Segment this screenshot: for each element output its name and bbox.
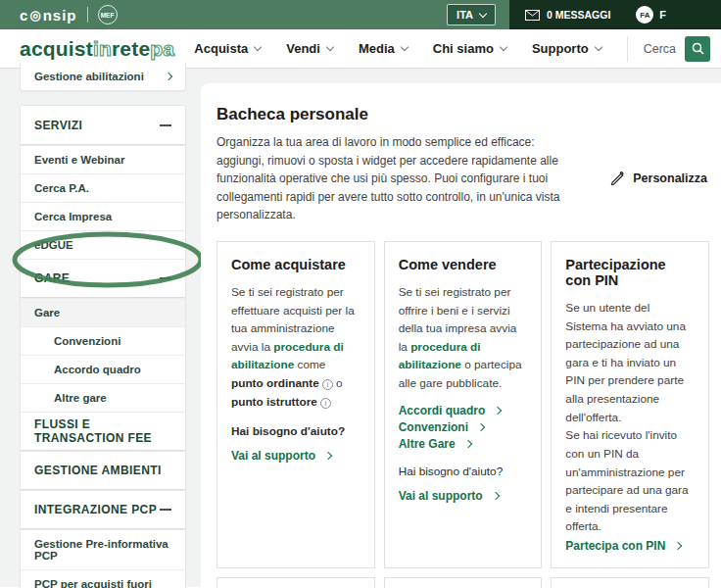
sidebar-item-label: Gare [34, 307, 60, 318]
nav-media[interactable]: Media [359, 41, 408, 56]
sidebar-item-cerca-impresa[interactable]: Cerca Impresa [21, 202, 185, 230]
card-title: Come acquistare [231, 257, 360, 272]
topbar-divider [87, 7, 88, 23]
chevron-down-icon [254, 43, 262, 51]
sidebar-item-cerca-pa[interactable]: Cerca P.A. [21, 173, 185, 202]
card-partecipazione-pin: Partecipazione con PIN Se un utente del … [551, 241, 709, 568]
sidebar-item-gestione-abilitazioni[interactable]: Gestione abilitazioni [21, 63, 185, 90]
main-panel: Bacheca personale Organizza la tua area … [201, 83, 721, 588]
sidebar-item-label: Gestione Pre-informativa PCP [34, 538, 171, 562]
sidebar-item-label: Gestione abilitazioni [34, 71, 144, 82]
chevron-right-icon [324, 452, 332, 460]
link-label: Vai al supporto [399, 489, 483, 503]
accordi-quadro-link[interactable]: Accordi quadro [399, 404, 528, 417]
nav-supporto[interactable]: Supporto [532, 41, 601, 56]
messages-button[interactable]: 0 MESSAGGI [525, 9, 610, 21]
sidebar-item-label: Cerca Impresa [34, 211, 112, 222]
language-selector[interactable]: ITA [447, 4, 496, 25]
main-nav: Acquista Vendi Media Chi siamo Supporto … [194, 36, 721, 62]
sidebar-section-flussi[interactable]: FLUSSI E TRANSACTION FEE [21, 412, 185, 451]
text-segment: Se un utente del Sistema ha avviato una … [565, 301, 686, 424]
search-icon [692, 42, 704, 55]
partecipa-pin-link[interactable]: Partecipa con PIN [565, 539, 695, 553]
card-body: Se ti sei registrato per offrire i beni … [399, 283, 528, 393]
link-label: Vai al supporto [231, 449, 315, 463]
sidebar-section-gestione-ambienti[interactable]: GESTIONE AMBIENTI [21, 451, 185, 490]
chevron-right-icon [477, 422, 485, 430]
info-icon[interactable]: i [322, 379, 333, 390]
sidebar-item-pcp-fuori-sistema[interactable]: PCP per acquisti fuori Sistema [21, 569, 185, 588]
chevron-down-icon [594, 43, 601, 51]
sidebar-item-pre-informativa[interactable]: Gestione Pre-informativa PCP [21, 529, 185, 569]
search-button[interactable] [685, 36, 710, 62]
chevron-right-icon [491, 491, 499, 499]
consip-logo[interactable]: c◎nsip [20, 7, 77, 24]
personalize-button[interactable]: Personalizza [610, 172, 707, 186]
chevron-down-icon [401, 43, 409, 51]
sidebar-item-label: Cerca P.A. [34, 182, 89, 194]
section-label: SERVIZI [34, 119, 82, 132]
logo-part: in [93, 37, 112, 60]
support-link[interactable]: Vai al supporto [231, 449, 360, 463]
mef-logo[interactable]: MEF [98, 5, 118, 24]
sidebar-section-servizi[interactable]: SERVIZI [21, 106, 185, 145]
nav-vendi[interactable]: Vendi [286, 41, 333, 56]
section-label: GARE [34, 271, 70, 285]
text-segment: o [333, 376, 343, 390]
info-icon[interactable]: i [320, 398, 331, 409]
sidebar-section-integrazione-pcp[interactable]: INTEGRAZIONE PCP [21, 490, 185, 529]
section-label: INTEGRAZIONE PCP [34, 503, 157, 516]
sidebar-item-accordo-quadro[interactable]: Accordo quadro [21, 355, 185, 383]
collapse-icon [160, 124, 171, 126]
card-title: Partecipazione con PIN [565, 257, 695, 288]
link-label: Partecipa con PIN [565, 539, 665, 553]
profile-name[interactable]: F [659, 9, 666, 21]
consip-logo-text: c [20, 7, 28, 24]
nav-acquista[interactable]: Acquista [194, 41, 261, 56]
sidebar-item-label: Eventi e Webinar [34, 154, 124, 166]
sidebar-item-label: eDGUE [34, 239, 73, 251]
support-link[interactable]: Vai al supporto [399, 489, 528, 503]
chevron-right-icon [674, 542, 682, 550]
sidebar-item-convenzioni[interactable]: Convenzioni [21, 326, 185, 355]
sidebar-item-gare[interactable]: Gare [21, 298, 185, 326]
text-segment: punto istruttore [231, 395, 317, 409]
header-divider [627, 36, 628, 62]
sidebar-item-eventi-webinar[interactable]: Eventi e Webinar [21, 145, 185, 173]
nav-label: Media [359, 41, 395, 56]
text-segment: come [294, 358, 325, 371]
chevron-down-icon [479, 10, 487, 18]
page-title: Bacheca personale [216, 105, 709, 124]
page-content: Gestione abilitazioni SERVIZI Eventi e W… [0, 69, 721, 587]
altre-gare-link[interactable]: Altre Gare [399, 437, 528, 451]
chevron-down-icon [500, 43, 507, 51]
pencil-icon [610, 172, 625, 186]
widget-grid: Come acquistare Se ti sei registrato per… [216, 241, 709, 588]
nav-chi-siamo[interactable]: Chi siamo [433, 41, 506, 56]
logo-part: rete [112, 37, 150, 60]
chevron-right-icon [165, 73, 172, 80]
page-description: Organizza la tua area di lavoro in modo … [216, 133, 567, 224]
nav-label: Supporto [532, 41, 589, 56]
search-label: Cerca [644, 42, 676, 56]
card-come-vendere: Come vendere Se ti sei registrato per of… [384, 241, 543, 568]
card-eventi-formativi: Eventi formativi Per facilitare l' utili… [384, 577, 543, 588]
envelope-icon [525, 10, 540, 21]
logo-part: pa [150, 37, 174, 60]
sidebar-item-label: PCP per acquisti fuori Sistema [34, 578, 171, 588]
convenzioni-link[interactable]: Convenzioni [399, 420, 528, 434]
card-come-acquistare: Come acquistare Se ti sei registrato per… [216, 241, 375, 568]
chevron-down-icon [326, 43, 334, 51]
card-verifica-inadempimenti: Verifica inadempimenti Se ti sei registr… [216, 577, 375, 588]
acquistinretepa-logo[interactable]: acquistinretepa [20, 37, 174, 61]
sidebar-section-gare[interactable]: GARE [21, 259, 185, 298]
sidebar-item-altre-gare[interactable]: Altre gare [21, 383, 185, 412]
sidebar-item-edgue[interactable]: eDGUE [21, 230, 185, 259]
nav-label: Acquista [194, 41, 248, 56]
messages-count: 0 MESSAGGI [547, 9, 610, 21]
mef-label: MEF [101, 12, 115, 19]
sidebar: Gestione abilitazioni SERVIZI Eventi e W… [20, 69, 186, 588]
nav-label: Chi siamo [433, 41, 494, 56]
card-body: Se un utente del Sistema ha avviato una … [565, 299, 695, 536]
user-avatar[interactable]: FA [636, 6, 653, 24]
